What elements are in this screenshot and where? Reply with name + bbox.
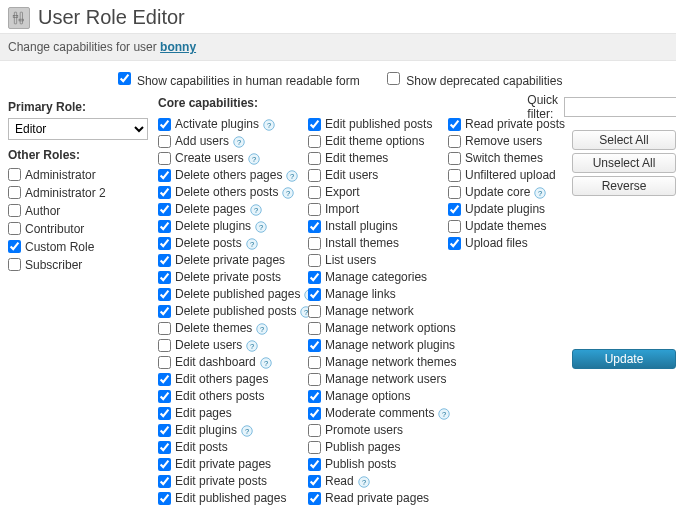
capability-checkbox[interactable] <box>158 322 171 335</box>
select-all-button[interactable]: Select All <box>572 130 676 150</box>
capability-checkbox[interactable] <box>308 322 321 335</box>
other-role-administrator[interactable]: Administrator <box>8 166 148 184</box>
other-role-subscriber[interactable]: Subscriber <box>8 256 148 274</box>
capability-checkbox[interactable] <box>158 220 171 233</box>
other-role-contributor[interactable]: Contributor <box>8 220 148 238</box>
capability-checkbox[interactable] <box>158 475 171 488</box>
capability-checkbox[interactable] <box>158 339 171 352</box>
other-role-checkbox[interactable] <box>8 240 21 253</box>
other-role-custom-role[interactable]: Custom Role <box>8 238 148 256</box>
other-role-checkbox[interactable] <box>8 222 21 235</box>
capability-checkbox[interactable] <box>308 152 321 165</box>
capability-checkbox[interactable] <box>308 186 321 199</box>
capability-checkbox[interactable] <box>308 254 321 267</box>
capability-checkbox[interactable] <box>158 390 171 403</box>
capability-checkbox[interactable] <box>308 441 321 454</box>
capability-checkbox[interactable] <box>448 237 461 250</box>
primary-role-select[interactable]: Editor <box>8 118 148 140</box>
sidebar: Primary Role: Editor Other Roles: Admini… <box>8 96 158 520</box>
capability-checkbox[interactable] <box>448 118 461 131</box>
capability-checkbox[interactable] <box>448 203 461 216</box>
capability-checkbox[interactable] <box>158 373 171 386</box>
help-icon[interactable]: ? <box>250 204 262 216</box>
core-capabilities-heading: Core capabilities: <box>158 96 258 110</box>
update-button[interactable]: Update <box>572 349 676 369</box>
other-role-author[interactable]: Author <box>8 202 148 220</box>
capability-checkbox[interactable] <box>308 339 321 352</box>
quick-filter-input[interactable] <box>564 97 676 117</box>
capability-checkbox[interactable] <box>308 271 321 284</box>
capability-checkbox[interactable] <box>308 407 321 420</box>
help-icon[interactable]: ? <box>286 170 298 182</box>
help-icon[interactable]: ? <box>241 425 253 437</box>
other-role-checkbox[interactable] <box>8 186 21 199</box>
toggle-human-readable-checkbox[interactable] <box>118 72 131 85</box>
capability-checkbox[interactable] <box>158 152 171 165</box>
capability-edit-others-posts: Edit others posts <box>158 388 308 405</box>
capability-checkbox[interactable] <box>158 458 171 471</box>
capability-checkbox[interactable] <box>308 373 321 386</box>
toggle-deprecated-checkbox[interactable] <box>387 72 400 85</box>
capability-checkbox[interactable] <box>448 152 461 165</box>
capability-checkbox[interactable] <box>308 424 321 437</box>
help-icon[interactable]: ? <box>248 153 260 165</box>
help-icon[interactable]: ? <box>260 357 272 369</box>
capability-label: Upload files <box>465 235 528 252</box>
capability-checkbox[interactable] <box>448 220 461 233</box>
capability-checkbox[interactable] <box>308 203 321 216</box>
help-icon[interactable]: ? <box>246 340 258 352</box>
other-role-administrator-2[interactable]: Administrator 2 <box>8 184 148 202</box>
capability-checkbox[interactable] <box>308 220 321 233</box>
capability-checkbox[interactable] <box>308 356 321 369</box>
capability-checkbox[interactable] <box>158 169 171 182</box>
capability-checkbox[interactable] <box>308 475 321 488</box>
capability-checkbox[interactable] <box>448 186 461 199</box>
capability-checkbox[interactable] <box>308 118 321 131</box>
unselect-all-button[interactable]: Unselect All <box>572 153 676 173</box>
capability-checkbox[interactable] <box>158 288 171 301</box>
capability-edit-private-posts: Edit private posts <box>158 473 308 490</box>
capability-checkbox[interactable] <box>158 305 171 318</box>
toggle-deprecated[interactable]: Show deprecated capabilities <box>383 74 562 88</box>
capability-label: Remove users <box>465 133 542 150</box>
capability-label: Delete plugins <box>175 218 251 235</box>
help-icon[interactable]: ? <box>263 119 275 131</box>
capability-checkbox[interactable] <box>158 203 171 216</box>
capability-checkbox[interactable] <box>158 237 171 250</box>
capability-checkbox[interactable] <box>308 135 321 148</box>
help-icon[interactable]: ? <box>358 476 370 488</box>
other-role-checkbox[interactable] <box>8 168 21 181</box>
capability-checkbox[interactable] <box>158 356 171 369</box>
capability-checkbox[interactable] <box>158 441 171 454</box>
capability-checkbox[interactable] <box>158 407 171 420</box>
svg-text:?: ? <box>538 189 542 198</box>
other-role-checkbox[interactable] <box>8 204 21 217</box>
reverse-button[interactable]: Reverse <box>572 176 676 196</box>
capability-checkbox[interactable] <box>308 458 321 471</box>
help-icon[interactable]: ? <box>256 323 268 335</box>
help-icon[interactable]: ? <box>282 187 294 199</box>
capability-checkbox[interactable] <box>448 135 461 148</box>
capability-checkbox[interactable] <box>308 237 321 250</box>
capability-checkbox[interactable] <box>158 254 171 267</box>
toggle-human-readable[interactable]: Show capabilities in human readable form <box>114 74 363 88</box>
capability-checkbox[interactable] <box>158 492 171 505</box>
capability-checkbox[interactable] <box>308 169 321 182</box>
help-icon[interactable]: ? <box>233 136 245 148</box>
other-role-checkbox[interactable] <box>8 258 21 271</box>
capability-checkbox[interactable] <box>158 186 171 199</box>
capability-unfiltered-upload: Unfiltered upload <box>448 167 568 184</box>
user-link[interactable]: bonny <box>160 40 196 54</box>
capability-checkbox[interactable] <box>308 390 321 403</box>
capability-checkbox[interactable] <box>308 288 321 301</box>
capability-checkbox[interactable] <box>158 118 171 131</box>
help-icon[interactable]: ? <box>255 221 267 233</box>
capability-checkbox[interactable] <box>158 135 171 148</box>
capability-checkbox[interactable] <box>448 169 461 182</box>
help-icon[interactable]: ? <box>534 187 546 199</box>
capability-checkbox[interactable] <box>308 492 321 505</box>
help-icon[interactable]: ? <box>246 238 258 250</box>
capability-checkbox[interactable] <box>158 424 171 437</box>
capability-checkbox[interactable] <box>308 305 321 318</box>
capability-checkbox[interactable] <box>158 271 171 284</box>
